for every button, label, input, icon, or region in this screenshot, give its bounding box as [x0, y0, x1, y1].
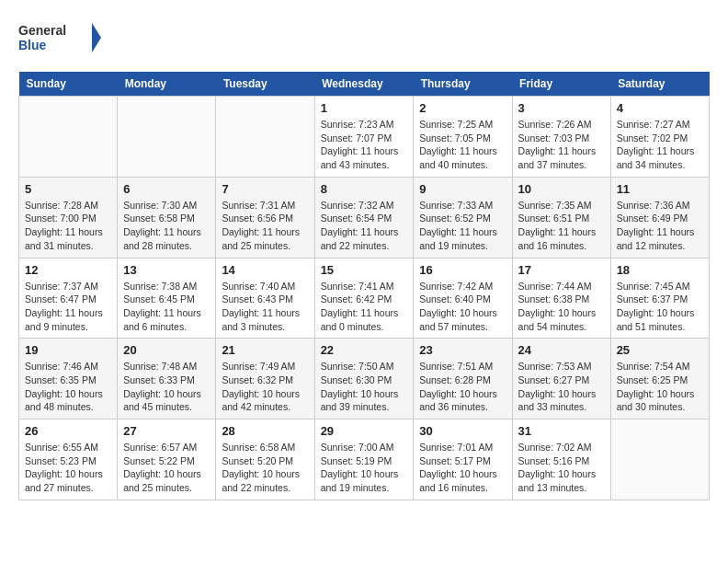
- day-info: Sunrise: 6:55 AM Sunset: 5:23 PM Dayligh…: [25, 441, 111, 495]
- calendar-cell: 8Sunrise: 7:32 AM Sunset: 6:54 PM Daylig…: [314, 177, 414, 258]
- weekday-header: Sunday: [19, 72, 118, 97]
- day-info: Sunrise: 7:48 AM Sunset: 6:33 PM Dayligh…: [123, 360, 210, 414]
- day-number: 3: [518, 101, 605, 115]
- calendar-cell: 2Sunrise: 7:25 AM Sunset: 7:05 PM Daylig…: [414, 97, 512, 178]
- calendar-cell: 22Sunrise: 7:50 AM Sunset: 6:30 PM Dayli…: [314, 339, 414, 419]
- day-info: Sunrise: 7:45 AM Sunset: 6:37 PM Dayligh…: [617, 280, 703, 334]
- calendar-cell: 28Sunrise: 6:58 AM Sunset: 5:20 PM Dayli…: [216, 419, 314, 500]
- calendar-cell: 9Sunrise: 7:33 AM Sunset: 6:52 PM Daylig…: [414, 177, 512, 258]
- logo: General Blue: [18, 18, 101, 57]
- day-number: 18: [617, 263, 703, 277]
- day-info: Sunrise: 7:54 AM Sunset: 6:25 PM Dayligh…: [617, 360, 703, 414]
- day-info: Sunrise: 7:25 AM Sunset: 7:05 PM Dayligh…: [419, 118, 506, 172]
- day-number: 29: [321, 424, 408, 438]
- day-info: Sunrise: 6:57 AM Sunset: 5:22 PM Dayligh…: [123, 441, 210, 495]
- day-number: 8: [321, 182, 408, 196]
- day-info: Sunrise: 7:02 AM Sunset: 5:16 PM Dayligh…: [518, 441, 605, 495]
- day-info: Sunrise: 7:01 AM Sunset: 5:17 PM Dayligh…: [419, 441, 506, 495]
- calendar-cell: 16Sunrise: 7:42 AM Sunset: 6:40 PM Dayli…: [414, 258, 512, 339]
- weekday-header: Wednesday: [314, 72, 414, 97]
- svg-marker-2: [92, 23, 101, 52]
- calendar-cell: 26Sunrise: 6:55 AM Sunset: 5:23 PM Dayli…: [19, 419, 118, 500]
- calendar-table: SundayMondayTuesdayWednesdayThursdayFrid…: [18, 72, 710, 500]
- day-info: Sunrise: 7:30 AM Sunset: 6:58 PM Dayligh…: [123, 199, 210, 253]
- day-info: Sunrise: 7:33 AM Sunset: 6:52 PM Dayligh…: [419, 199, 506, 253]
- calendar-cell: 7Sunrise: 7:31 AM Sunset: 6:56 PM Daylig…: [216, 177, 314, 258]
- calendar-cell: 5Sunrise: 7:28 AM Sunset: 7:00 PM Daylig…: [19, 177, 118, 258]
- day-info: Sunrise: 7:49 AM Sunset: 6:32 PM Dayligh…: [222, 360, 308, 414]
- day-number: 23: [419, 343, 506, 357]
- weekday-header: Friday: [512, 72, 610, 97]
- day-info: Sunrise: 7:51 AM Sunset: 6:28 PM Dayligh…: [419, 360, 506, 414]
- day-number: 1: [321, 101, 408, 115]
- day-number: 13: [123, 263, 210, 277]
- day-number: 31: [518, 424, 605, 438]
- day-info: Sunrise: 7:44 AM Sunset: 6:38 PM Dayligh…: [518, 280, 605, 334]
- day-info: Sunrise: 7:50 AM Sunset: 6:30 PM Dayligh…: [321, 360, 408, 414]
- calendar-cell: 3Sunrise: 7:26 AM Sunset: 7:03 PM Daylig…: [512, 97, 610, 178]
- calendar-cell: 15Sunrise: 7:41 AM Sunset: 6:42 PM Dayli…: [314, 258, 414, 339]
- weekday-header: Thursday: [414, 72, 512, 97]
- weekday-header: Monday: [118, 72, 216, 97]
- day-number: 7: [222, 182, 308, 196]
- calendar-week-row: 1Sunrise: 7:23 AM Sunset: 7:07 PM Daylig…: [19, 97, 710, 178]
- calendar-cell: [19, 97, 118, 178]
- calendar-cell: 30Sunrise: 7:01 AM Sunset: 5:17 PM Dayli…: [414, 419, 512, 500]
- day-info: Sunrise: 6:58 AM Sunset: 5:20 PM Dayligh…: [222, 441, 308, 495]
- calendar-cell: 27Sunrise: 6:57 AM Sunset: 5:22 PM Dayli…: [118, 419, 216, 500]
- day-number: 5: [25, 182, 111, 196]
- day-number: 10: [518, 182, 605, 196]
- calendar-week-row: 26Sunrise: 6:55 AM Sunset: 5:23 PM Dayli…: [19, 419, 710, 500]
- day-info: Sunrise: 7:00 AM Sunset: 5:19 PM Dayligh…: [321, 441, 408, 495]
- calendar-cell: [118, 97, 216, 178]
- calendar-cell: 19Sunrise: 7:46 AM Sunset: 6:35 PM Dayli…: [19, 339, 118, 419]
- day-number: 9: [419, 182, 506, 196]
- calendar-cell: [610, 419, 709, 500]
- day-info: Sunrise: 7:23 AM Sunset: 7:07 PM Dayligh…: [321, 118, 408, 172]
- calendar-cell: 24Sunrise: 7:53 AM Sunset: 6:27 PM Dayli…: [512, 339, 610, 419]
- calendar-cell: 4Sunrise: 7:27 AM Sunset: 7:02 PM Daylig…: [610, 97, 709, 178]
- day-number: 12: [25, 263, 111, 277]
- calendar-cell: 1Sunrise: 7:23 AM Sunset: 7:07 PM Daylig…: [314, 97, 414, 178]
- day-number: 25: [617, 343, 703, 357]
- calendar-cell: 20Sunrise: 7:48 AM Sunset: 6:33 PM Dayli…: [118, 339, 216, 419]
- calendar-cell: [216, 97, 314, 178]
- calendar-cell: 25Sunrise: 7:54 AM Sunset: 6:25 PM Dayli…: [610, 339, 709, 419]
- day-info: Sunrise: 7:35 AM Sunset: 6:51 PM Dayligh…: [518, 199, 605, 253]
- day-info: Sunrise: 7:36 AM Sunset: 6:49 PM Dayligh…: [617, 199, 703, 253]
- logo-svg: General Blue: [18, 18, 101, 57]
- calendar-cell: 10Sunrise: 7:35 AM Sunset: 6:51 PM Dayli…: [512, 177, 610, 258]
- day-number: 26: [25, 424, 111, 438]
- calendar-week-row: 12Sunrise: 7:37 AM Sunset: 6:47 PM Dayli…: [19, 258, 710, 339]
- day-info: Sunrise: 7:31 AM Sunset: 6:56 PM Dayligh…: [222, 199, 308, 253]
- day-info: Sunrise: 7:38 AM Sunset: 6:45 PM Dayligh…: [123, 280, 210, 334]
- day-number: 20: [123, 343, 210, 357]
- day-number: 6: [123, 182, 210, 196]
- calendar-cell: 12Sunrise: 7:37 AM Sunset: 6:47 PM Dayli…: [19, 258, 118, 339]
- calendar-cell: 17Sunrise: 7:44 AM Sunset: 6:38 PM Dayli…: [512, 258, 610, 339]
- day-info: Sunrise: 7:26 AM Sunset: 7:03 PM Dayligh…: [518, 118, 605, 172]
- calendar-week-row: 19Sunrise: 7:46 AM Sunset: 6:35 PM Dayli…: [19, 339, 710, 419]
- day-number: 11: [617, 182, 703, 196]
- day-info: Sunrise: 7:53 AM Sunset: 6:27 PM Dayligh…: [518, 360, 605, 414]
- day-info: Sunrise: 7:27 AM Sunset: 7:02 PM Dayligh…: [617, 118, 703, 172]
- day-info: Sunrise: 7:42 AM Sunset: 6:40 PM Dayligh…: [419, 280, 506, 334]
- day-info: Sunrise: 7:28 AM Sunset: 7:00 PM Dayligh…: [25, 199, 111, 253]
- day-info: Sunrise: 7:40 AM Sunset: 6:43 PM Dayligh…: [222, 280, 308, 334]
- day-number: 16: [419, 263, 506, 277]
- weekday-header: Saturday: [610, 72, 709, 97]
- day-info: Sunrise: 7:41 AM Sunset: 6:42 PM Dayligh…: [321, 280, 408, 334]
- calendar-cell: 21Sunrise: 7:49 AM Sunset: 6:32 PM Dayli…: [216, 339, 314, 419]
- day-number: 24: [518, 343, 605, 357]
- svg-text:Blue: Blue: [18, 38, 47, 52]
- calendar-cell: 14Sunrise: 7:40 AM Sunset: 6:43 PM Dayli…: [216, 258, 314, 339]
- calendar-cell: 31Sunrise: 7:02 AM Sunset: 5:16 PM Dayli…: [512, 419, 610, 500]
- day-number: 19: [25, 343, 111, 357]
- day-number: 2: [419, 101, 506, 115]
- day-info: Sunrise: 7:37 AM Sunset: 6:47 PM Dayligh…: [25, 280, 111, 334]
- day-number: 15: [321, 263, 408, 277]
- calendar-cell: 23Sunrise: 7:51 AM Sunset: 6:28 PM Dayli…: [414, 339, 512, 419]
- calendar-cell: 13Sunrise: 7:38 AM Sunset: 6:45 PM Dayli…: [118, 258, 216, 339]
- day-number: 17: [518, 263, 605, 277]
- day-number: 4: [617, 101, 703, 115]
